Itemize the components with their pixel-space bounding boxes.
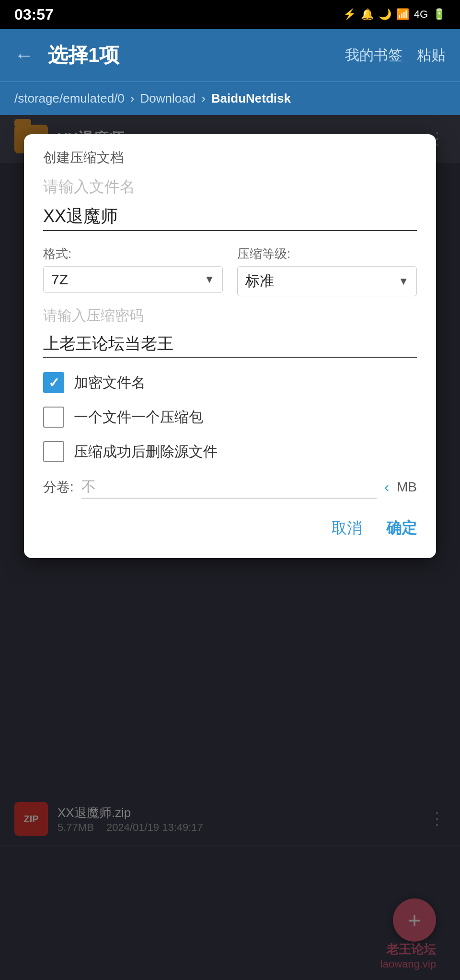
main-content: XX退魔师 1项 ⋮ 创建压缩文档 请输入文件名 格式: 7Z ▼ 压缩等级: — [0, 115, 460, 980]
password-input[interactable] — [43, 330, 417, 358]
format-label: 格式: — [43, 245, 223, 262]
notification-icon: 🔔 — [361, 8, 374, 21]
create-archive-dialog: 创建压缩文档 请输入文件名 格式: 7Z ▼ 压缩等级: 标准 ▼ 请输入压缩密… — [24, 134, 436, 558]
level-label: 压缩等级: — [237, 245, 417, 262]
dialog-buttons: 取消 确定 — [43, 513, 417, 539]
moon-icon: 🌙 — [379, 8, 391, 21]
checkbox-delete-source-icon — [43, 441, 64, 462]
dialog-title: 创建压缩文档 — [43, 149, 417, 167]
checkbox-encrypt-filename[interactable]: 加密文件名 — [43, 372, 417, 393]
title-actions: 我的书签 粘贴 — [345, 46, 446, 65]
page-title: 选择1项 — [48, 42, 331, 69]
filename-input[interactable] — [43, 202, 417, 231]
signal-icon: 4G — [414, 8, 428, 21]
format-group: 格式: 7Z ▼ — [43, 245, 223, 296]
breadcrumb-current[interactable]: BaiduNetdisk — [211, 91, 291, 106]
checkbox-delete-source[interactable]: 压缩成功后删除源文件 — [43, 441, 417, 462]
checkbox-one-file[interactable]: 一个文件一个压缩包 — [43, 407, 417, 428]
back-button[interactable]: ← — [14, 45, 34, 66]
status-bar: 03:57 ⚡ 🔔 🌙 📶 4G 🔋 — [0, 0, 460, 29]
status-icons: ⚡ 🔔 🌙 📶 4G 🔋 — [343, 8, 446, 21]
bookmark-button[interactable]: 我的书签 — [345, 46, 402, 65]
volume-arrow-icon[interactable]: ‹ — [384, 479, 389, 495]
level-select[interactable]: 标准 ▼ — [237, 266, 417, 296]
volume-input[interactable] — [81, 476, 377, 499]
confirm-button[interactable]: 确定 — [386, 518, 417, 539]
wifi-icon: 📶 — [396, 8, 409, 21]
format-select[interactable]: 7Z ▼ — [43, 266, 223, 293]
title-bar: ← 选择1项 我的书签 粘贴 — [0, 29, 460, 82]
breadcrumb-root[interactable]: /storage/emulated/0 — [14, 91, 125, 106]
level-value: 标准 — [245, 271, 393, 291]
checkbox-delete-source-label: 压缩成功后删除源文件 — [74, 442, 218, 462]
checkbox-encrypt-label: 加密文件名 — [74, 373, 146, 393]
bluetooth-icon: ⚡ — [343, 8, 356, 21]
breadcrumb-sep-1: › — [130, 91, 135, 106]
format-row: 格式: 7Z ▼ 压缩等级: 标准 ▼ — [43, 245, 417, 296]
breadcrumb-sep-2: › — [201, 91, 206, 106]
level-group: 压缩等级: 标准 ▼ — [237, 245, 417, 296]
battery-icon: 🔋 — [433, 8, 446, 21]
paste-button[interactable]: 粘贴 — [417, 46, 446, 65]
volume-row: 分卷: ‹ MB — [43, 476, 417, 499]
volume-label: 分卷: — [43, 478, 74, 496]
checkbox-one-file-label: 一个文件一个压缩包 — [74, 408, 203, 427]
checkbox-encrypt-icon — [43, 372, 64, 393]
format-value: 7Z — [51, 271, 199, 288]
cancel-button[interactable]: 取消 — [332, 518, 362, 539]
status-time: 03:57 — [14, 6, 54, 23]
checkbox-one-file-icon — [43, 407, 64, 428]
volume-unit: MB — [397, 479, 417, 495]
password-placeholder: 请输入压缩密码 — [43, 306, 417, 326]
filename-placeholder: 请输入文件名 — [43, 176, 417, 198]
breadcrumb-download[interactable]: Download — [140, 91, 196, 106]
breadcrumb: /storage/emulated/0 › Download › BaiduNe… — [0, 82, 460, 115]
level-dropdown-icon: ▼ — [398, 275, 409, 288]
format-dropdown-icon: ▼ — [204, 273, 215, 286]
